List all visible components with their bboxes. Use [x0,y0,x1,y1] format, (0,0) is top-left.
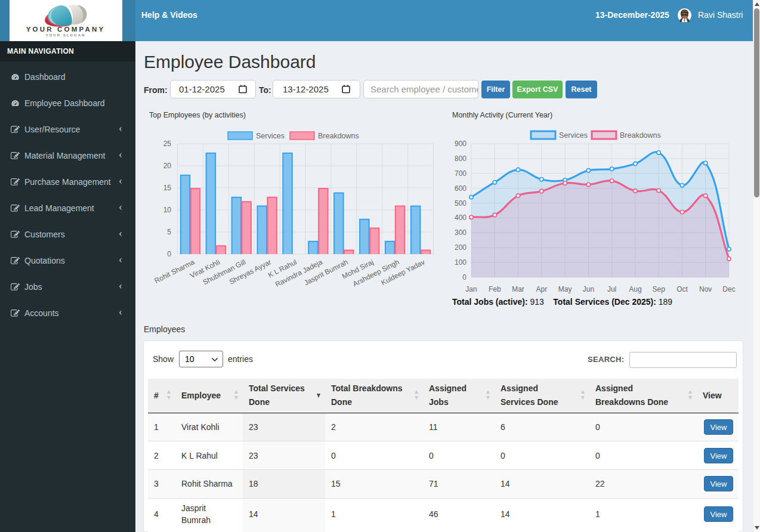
svg-text:600: 600 [455,184,466,193]
svg-text:Dec: Dec [722,285,735,293]
svg-text:YOUR SLOGAN: YOUR SLOGAN [46,33,86,37]
svg-text:5: 5 [167,228,171,236]
svg-text:100: 100 [455,258,466,267]
svg-text:900: 900 [455,140,466,148]
svg-text:Kuldeep Yadav: Kuldeep Yadav [380,258,427,287]
svg-text:May: May [558,285,572,293]
svg-text:10: 10 [163,206,172,214]
svg-text:Breakdowns: Breakdowns [620,131,661,140]
svg-text:Oct: Oct [676,285,688,293]
svg-text:200: 200 [455,243,466,252]
svg-text:Rohit Sharma: Rohit Sharma [153,258,196,285]
svg-text:Nov: Nov [699,285,712,293]
svg-text:400: 400 [455,214,466,222]
svg-text:Jan: Jan [465,285,477,293]
svg-text:700: 700 [455,169,466,178]
svg-text:0: 0 [462,273,466,282]
svg-text:20: 20 [163,162,172,170]
svg-text:Mar: Mar [512,285,524,293]
svg-text:25: 25 [163,140,172,148]
svg-text:15: 15 [163,184,172,192]
svg-text:0: 0 [167,250,171,258]
svg-text:Breakdowns: Breakdowns [318,132,359,140]
svg-text:YOUR COMPANY: YOUR COMPANY [26,26,106,33]
svg-text:Jul: Jul [607,285,616,293]
svg-text:800: 800 [455,154,466,163]
svg-text:Feb: Feb [489,285,501,293]
svg-text:Apr: Apr [536,285,547,293]
svg-text:Aug: Aug [629,285,641,293]
svg-text:Sep: Sep [653,285,666,293]
svg-text:300: 300 [455,228,466,237]
svg-text:Jun: Jun [583,285,594,293]
svg-text:500: 500 [455,199,466,208]
svg-text:Services: Services [256,132,285,140]
svg-text:Services: Services [559,131,588,140]
